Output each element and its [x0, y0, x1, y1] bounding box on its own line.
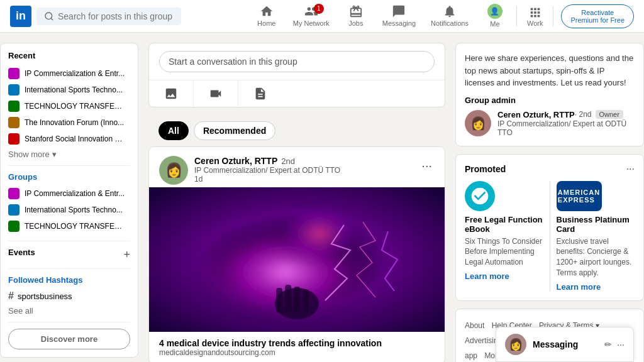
promo-item-amex: AMERICANEXPRESS Business Platinum Card E… — [557, 181, 635, 292]
nav-my-network[interactable]: 1 My Network — [286, 0, 337, 33]
messaging-icons: ✏ ··· — [604, 339, 625, 349]
messaging-more-icon[interactable]: ··· — [617, 339, 625, 349]
promoted-more-icon[interactable]: ··· — [626, 163, 635, 175]
linkedin-logo[interactable]: in — [10, 6, 31, 27]
sidebar-item-group-2[interactable]: TECHNOLOGY TRANSFER, In... — [8, 218, 130, 234]
admin-row: 👩 Ceren Ozturk, RTTP · 2nd Owner IP Comm… — [465, 110, 635, 137]
show-more-button[interactable]: Show more ▾ — [8, 150, 130, 159]
sidebar-divider-2 — [8, 241, 130, 241]
document-icon — [253, 87, 267, 101]
sidebar-divider-1 — [8, 165, 130, 166]
messaging-avatar: 👩 — [505, 334, 526, 355]
sidebar-item-recent-0[interactable]: IP Commercialization & Entr... — [8, 65, 130, 82]
promo-learn-legal[interactable]: Learn more — [465, 272, 543, 281]
discover-more-button[interactable]: Discover more — [8, 329, 130, 349]
sidebar-item-recent-1[interactable]: International Sports Techno... — [8, 82, 130, 98]
post-caption-title[interactable]: 4 medical device industry trends affecti… — [159, 338, 435, 348]
recent-item-0: IP Commercialization & Entr... — [25, 69, 125, 78]
promo-name-amex: Business Platinum Card — [557, 215, 635, 234]
plasma-visualization — [149, 187, 445, 332]
nav-network-label: My Network — [293, 19, 330, 27]
post-input-placeholder[interactable]: Start a conversation in this group — [159, 51, 435, 72]
photo-icon — [164, 87, 178, 101]
admin-badge: Owner — [596, 110, 623, 119]
sidebar-item-recent-2[interactable]: TECHNOLOGY TRANSFER, In... — [8, 98, 130, 114]
promo-logo-legal — [465, 181, 495, 211]
admin-subtitle: IP Commercialization/ Expert at ODTÜ TTO — [497, 119, 635, 137]
post-connection: 2nd — [281, 156, 295, 166]
followed-hashtags-title[interactable]: Followed Hashtags — [8, 275, 130, 285]
sidebar-item-group-0[interactable]: IP Commercialization & Entr... — [8, 185, 130, 202]
tab-recommended[interactable]: Recommended — [194, 121, 275, 140]
svg-rect-7 — [285, 285, 291, 313]
messaging-edit-icon[interactable]: ✏ — [604, 339, 612, 349]
group-description: Here we share experiences, questions and… — [465, 52, 635, 89]
admin-name-row: Ceren Ozturk, RTTP · 2nd Owner — [497, 110, 635, 119]
svg-point-0 — [45, 13, 52, 19]
recent-item-3: The Innovation Forum (Inno... — [25, 118, 124, 127]
nav-work[interactable]: Work — [519, 0, 550, 33]
see-all-button[interactable]: See all — [8, 306, 130, 315]
recent-item-4: Stanford Social Innovation R... — [25, 134, 125, 143]
post-subtitle: IP Commercialization/ Expert at ODTÜ TTO — [194, 166, 413, 175]
post-author-name[interactable]: Ceren Ozturk, RTTP 2nd — [194, 156, 413, 166]
post-card: 👩 Ceren Ozturk, RTTP 2nd IP Commercializ… — [148, 146, 445, 362]
messaging-label: Messaging — [533, 339, 598, 349]
group-icon-0 — [8, 68, 19, 79]
groups-title[interactable]: Groups — [8, 172, 130, 182]
search-input[interactable] — [58, 11, 174, 21]
promo-divider — [550, 181, 550, 292]
document-button[interactable] — [238, 80, 282, 107]
post-more-button[interactable]: ··· — [419, 156, 435, 175]
admin-name[interactable]: Ceren Ozturk, RTTP — [497, 110, 575, 119]
sidebar-item-recent-3[interactable]: The Innovation Forum (Inno... — [8, 114, 130, 131]
group-item-2: TECHNOLOGY TRANSFER, In... — [25, 222, 125, 231]
post-meta: Ceren Ozturk, RTTP 2nd IP Commercializat… — [194, 156, 413, 184]
main-layout: Recent IP Commercialization & Entr... In… — [0, 33, 644, 362]
post-creation-box: Start a conversation in this group — [148, 43, 445, 107]
promoted-title: Promoted — [465, 164, 506, 174]
promo-desc-legal: Six Things To Consider Before Implementi… — [465, 236, 543, 268]
nav-work-label: Work — [527, 19, 543, 27]
group-icon-4 — [8, 133, 19, 145]
add-event-icon[interactable]: + — [123, 248, 130, 261]
nav-jobs-label: Jobs — [348, 19, 363, 27]
nav-me-label: Me — [490, 20, 499, 28]
footer-link-about[interactable]: About — [465, 321, 484, 330]
nav-me[interactable]: 👤 Me — [476, 0, 514, 33]
admin-section-title: Group admin — [465, 96, 635, 105]
events-title: Events — [8, 248, 35, 257]
group-item-0: IP Commercialization & Entr... — [25, 189, 125, 198]
svg-rect-9 — [303, 289, 308, 313]
messaging-bar[interactable]: 👩 Messaging ✏ ··· — [496, 327, 634, 362]
recent-title: Recent — [8, 51, 130, 60]
nav-notifications[interactable]: Notifications — [423, 0, 476, 33]
network-badge: 1 — [314, 4, 324, 14]
nav-divider-1 — [516, 6, 517, 26]
reactivate-button[interactable]: Reactivate Premium for Free — [561, 4, 634, 28]
photo-button[interactable] — [149, 80, 193, 107]
tab-all[interactable]: All — [158, 121, 189, 140]
search-box[interactable] — [36, 8, 181, 25]
feed: Start a conversation in this group All R… — [148, 43, 445, 362]
promo-learn-amex[interactable]: Learn more — [557, 282, 635, 292]
sidebar-divider-4 — [8, 322, 130, 322]
promo-logo-amex: AMERICANEXPRESS — [557, 181, 602, 211]
nav-jobs[interactable]: Jobs — [337, 0, 375, 33]
nav-home-label: Home — [257, 19, 275, 27]
hashtag-label-0[interactable]: sportsbusiness — [18, 292, 72, 301]
promo-item-legal: Free Legal Function eBook Six Things To … — [465, 181, 543, 292]
messaging-icon — [392, 4, 406, 18]
sidebar-item-group-1[interactable]: International Sports Techno... — [8, 202, 130, 218]
post-icons-row — [149, 80, 445, 107]
sidebar-item-recent-4[interactable]: Stanford Social Innovation R... — [8, 131, 130, 147]
nav-messaging[interactable]: Messaging — [375, 0, 423, 33]
grid-icon — [528, 6, 542, 19]
sidebar-divider-3 — [8, 268, 130, 269]
promo-desc-amex: Exclusive travel benefits: Concierge & 1… — [557, 236, 635, 278]
video-button[interactable] — [193, 80, 238, 107]
nav-notifications-label: Notifications — [431, 19, 469, 27]
nav-home[interactable]: Home — [248, 0, 286, 33]
right-panel: Here we share experiences, questions and… — [455, 43, 644, 362]
svg-line-1 — [51, 18, 53, 20]
